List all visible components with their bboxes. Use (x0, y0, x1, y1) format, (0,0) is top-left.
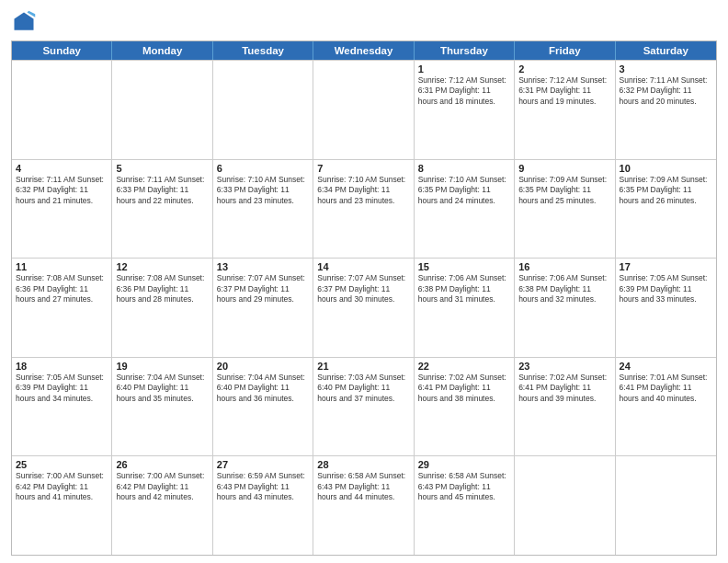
day-number: 11 (16, 261, 108, 272)
day-info: Sunrise: 7:03 AM Sunset: 6:40 PM Dayligh… (317, 373, 409, 404)
day-info: Sunrise: 7:08 AM Sunset: 6:36 PM Dayligh… (16, 273, 108, 304)
day-cell-23: 23Sunrise: 7:02 AM Sunset: 6:41 PM Dayli… (515, 358, 615, 456)
day-info: Sunrise: 6:58 AM Sunset: 6:43 PM Dayligh… (317, 471, 409, 502)
day-info: Sunrise: 7:04 AM Sunset: 6:40 PM Dayligh… (116, 373, 208, 404)
page: SundayMondayTuesdayWednesdayThursdayFrid… (0, 0, 728, 563)
header (11, 9, 717, 35)
day-number: 23 (518, 361, 610, 372)
day-cell-2: 2Sunrise: 7:12 AM Sunset: 6:31 PM Daylig… (515, 61, 615, 159)
day-cell-10: 10Sunrise: 7:09 AM Sunset: 6:35 PM Dayli… (616, 160, 716, 259)
day-number: 28 (317, 459, 409, 470)
day-number: 7 (317, 163, 409, 174)
weekday-header-sunday: Sunday (12, 41, 112, 60)
day-info: Sunrise: 7:10 AM Sunset: 6:33 PM Dayligh… (217, 175, 309, 206)
day-info: Sunrise: 7:11 AM Sunset: 6:32 PM Dayligh… (620, 75, 712, 107)
weekday-header-tuesday: Tuesday (213, 41, 313, 60)
day-number: 22 (418, 361, 510, 372)
day-number: 15 (418, 261, 510, 272)
day-number: 6 (217, 163, 309, 174)
day-cell-4: 4Sunrise: 7:11 AM Sunset: 6:32 PM Daylig… (12, 160, 112, 259)
day-cell-17: 17Sunrise: 7:05 AM Sunset: 6:39 PM Dayli… (616, 259, 716, 357)
day-cell-3: 3Sunrise: 7:11 AM Sunset: 6:32 PM Daylig… (616, 61, 716, 159)
day-info: Sunrise: 7:09 AM Sunset: 6:35 PM Dayligh… (620, 175, 712, 206)
day-number: 27 (217, 459, 309, 470)
day-cell-14: 14Sunrise: 7:07 AM Sunset: 6:37 PM Dayli… (313, 259, 414, 357)
day-cell-15: 15Sunrise: 7:06 AM Sunset: 6:38 PM Dayli… (415, 259, 515, 357)
day-number: 20 (217, 361, 309, 372)
weekday-header-friday: Friday (515, 41, 615, 60)
day-number: 4 (16, 163, 108, 174)
day-info: Sunrise: 7:02 AM Sunset: 6:41 PM Dayligh… (418, 373, 510, 404)
day-number: 16 (518, 261, 610, 272)
day-number: 10 (620, 163, 712, 174)
day-cell-13: 13Sunrise: 7:07 AM Sunset: 6:37 PM Dayli… (213, 259, 313, 357)
day-cell-21: 21Sunrise: 7:03 AM Sunset: 6:40 PM Dayli… (313, 358, 414, 456)
weekday-header-monday: Monday (112, 41, 212, 60)
day-number: 26 (116, 459, 208, 470)
day-cell-20: 20Sunrise: 7:04 AM Sunset: 6:40 PM Dayli… (213, 358, 313, 456)
day-cell-28: 28Sunrise: 6:58 AM Sunset: 6:43 PM Dayli… (313, 456, 414, 555)
day-number: 13 (217, 261, 309, 272)
day-info: Sunrise: 6:58 AM Sunset: 6:43 PM Dayligh… (418, 471, 510, 502)
day-number: 14 (317, 261, 409, 272)
weekday-header-thursday: Thursday (415, 41, 515, 60)
day-cell-7: 7Sunrise: 7:10 AM Sunset: 6:34 PM Daylig… (313, 160, 414, 259)
day-cell-11: 11Sunrise: 7:08 AM Sunset: 6:36 PM Dayli… (12, 259, 112, 357)
day-number: 25 (16, 459, 108, 470)
day-number: 12 (116, 261, 208, 272)
day-info: Sunrise: 7:05 AM Sunset: 6:39 PM Dayligh… (16, 373, 108, 404)
empty-cell (112, 61, 212, 159)
day-number: 21 (317, 361, 409, 372)
week-row-3: 11Sunrise: 7:08 AM Sunset: 6:36 PM Dayli… (12, 258, 716, 357)
day-number: 1 (418, 63, 510, 75)
empty-cell (213, 61, 313, 159)
day-cell-5: 5Sunrise: 7:11 AM Sunset: 6:33 PM Daylig… (112, 160, 212, 259)
day-info: Sunrise: 7:07 AM Sunset: 6:37 PM Dayligh… (317, 273, 409, 304)
day-cell-12: 12Sunrise: 7:08 AM Sunset: 6:36 PM Dayli… (112, 259, 212, 357)
day-info: Sunrise: 7:04 AM Sunset: 6:40 PM Dayligh… (217, 373, 309, 404)
calendar-header: SundayMondayTuesdayWednesdayThursdayFrid… (12, 41, 716, 60)
svg-marker-0 (15, 13, 34, 30)
empty-cell (515, 456, 615, 555)
logo-icon (11, 9, 37, 35)
day-cell-24: 24Sunrise: 7:01 AM Sunset: 6:41 PM Dayli… (616, 358, 716, 456)
day-number: 5 (116, 163, 208, 174)
day-info: Sunrise: 6:59 AM Sunset: 6:43 PM Dayligh… (217, 471, 309, 502)
day-number: 19 (116, 361, 208, 372)
day-cell-1: 1Sunrise: 7:12 AM Sunset: 6:31 PM Daylig… (415, 61, 515, 159)
day-info: Sunrise: 7:07 AM Sunset: 6:37 PM Dayligh… (217, 273, 309, 304)
empty-cell (616, 456, 716, 555)
day-number: 9 (518, 163, 610, 174)
logo (11, 9, 40, 35)
day-info: Sunrise: 7:10 AM Sunset: 6:34 PM Dayligh… (317, 175, 409, 206)
day-info: Sunrise: 7:11 AM Sunset: 6:32 PM Dayligh… (16, 175, 108, 206)
day-info: Sunrise: 7:10 AM Sunset: 6:35 PM Dayligh… (418, 175, 510, 206)
week-row-2: 4Sunrise: 7:11 AM Sunset: 6:32 PM Daylig… (12, 159, 716, 259)
day-info: Sunrise: 7:12 AM Sunset: 6:31 PM Dayligh… (518, 75, 610, 107)
week-row-1: 1Sunrise: 7:12 AM Sunset: 6:31 PM Daylig… (12, 60, 716, 159)
day-cell-22: 22Sunrise: 7:02 AM Sunset: 6:41 PM Dayli… (415, 358, 515, 456)
day-number: 2 (518, 63, 610, 75)
day-number: 29 (418, 459, 510, 470)
calendar: SundayMondayTuesdayWednesdayThursdayFrid… (11, 40, 717, 556)
day-cell-27: 27Sunrise: 6:59 AM Sunset: 6:43 PM Dayli… (213, 456, 313, 555)
day-info: Sunrise: 7:12 AM Sunset: 6:31 PM Dayligh… (418, 75, 510, 107)
day-number: 8 (418, 163, 510, 174)
day-info: Sunrise: 7:00 AM Sunset: 6:42 PM Dayligh… (116, 471, 208, 502)
day-number: 24 (620, 361, 712, 372)
day-cell-16: 16Sunrise: 7:06 AM Sunset: 6:38 PM Dayli… (515, 259, 615, 357)
day-info: Sunrise: 7:11 AM Sunset: 6:33 PM Dayligh… (116, 175, 208, 206)
day-info: Sunrise: 7:05 AM Sunset: 6:39 PM Dayligh… (620, 273, 712, 304)
day-number: 3 (620, 63, 712, 75)
day-cell-19: 19Sunrise: 7:04 AM Sunset: 6:40 PM Dayli… (112, 358, 212, 456)
empty-cell (12, 61, 112, 159)
calendar-body: 1Sunrise: 7:12 AM Sunset: 6:31 PM Daylig… (12, 60, 716, 555)
day-number: 17 (620, 261, 712, 272)
day-info: Sunrise: 7:02 AM Sunset: 6:41 PM Dayligh… (518, 373, 610, 404)
day-cell-29: 29Sunrise: 6:58 AM Sunset: 6:43 PM Dayli… (415, 456, 515, 555)
day-info: Sunrise: 7:06 AM Sunset: 6:38 PM Dayligh… (418, 273, 510, 304)
day-cell-9: 9Sunrise: 7:09 AM Sunset: 6:35 PM Daylig… (515, 160, 615, 259)
day-cell-25: 25Sunrise: 7:00 AM Sunset: 6:42 PM Dayli… (12, 456, 112, 555)
day-cell-26: 26Sunrise: 7:00 AM Sunset: 6:42 PM Dayli… (112, 456, 212, 555)
week-row-5: 25Sunrise: 7:00 AM Sunset: 6:42 PM Dayli… (12, 455, 716, 555)
